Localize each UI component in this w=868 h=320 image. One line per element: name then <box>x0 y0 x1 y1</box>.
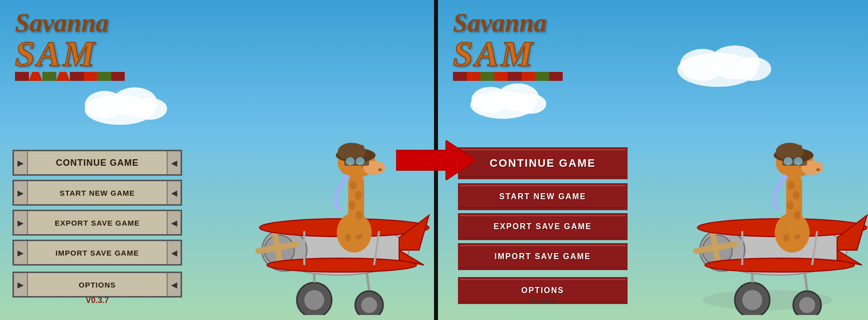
right-logo-sam: SAM <box>453 36 563 72</box>
svg-point-6 <box>304 290 324 310</box>
right-export-label: Export Save Game <box>493 222 592 231</box>
left-panel: Savanna SAM ▶ Continue Game ◀ ▶ Start Ne… <box>0 0 434 320</box>
svg-point-80 <box>788 181 795 190</box>
svg-point-17 <box>267 258 417 272</box>
svg-point-29 <box>349 201 356 210</box>
svg-point-59 <box>742 290 762 310</box>
left-export-arrow-right: ◀ <box>167 211 181 234</box>
left-options-arrow-right: ◀ <box>167 273 181 296</box>
right-start-button[interactable]: Start New Game <box>458 183 628 210</box>
right-continue-button[interactable]: Continue Game <box>458 147 628 179</box>
right-export-button[interactable]: Export Save Game <box>458 213 628 240</box>
right-import-label: Import Save Game <box>494 252 591 261</box>
left-giraffe-plane <box>215 55 434 315</box>
right-logo-stripe <box>453 72 563 81</box>
left-import-label: Import Save Game <box>28 249 167 257</box>
right-panel: Savanna SAM Continue Game Start New Game… <box>438 0 868 320</box>
left-continue-button[interactable]: ▶ Continue Game ◀ <box>12 150 182 176</box>
left-start-arrow-left: ▶ <box>14 181 28 204</box>
svg-point-83 <box>794 211 801 220</box>
left-export-label: Export Save Game <box>28 219 167 227</box>
right-logo-savanna: Savanna <box>453 10 563 36</box>
left-import-button[interactable]: ▶ Import Save Game ◀ <box>12 240 182 266</box>
right-logo-area: Savanna SAM <box>453 10 563 81</box>
left-version: V0.3.7 <box>12 296 182 305</box>
right-continue-label: Continue Game <box>490 157 596 170</box>
left-start-arrow-right: ◀ <box>167 181 181 204</box>
left-continue-arrow-right: ◀ <box>167 151 181 174</box>
left-export-button[interactable]: ▶ Export Save Game ◀ <box>12 210 182 236</box>
left-start-button[interactable]: ▶ Start New Game ◀ <box>12 180 182 206</box>
left-start-label: Start New Game <box>28 189 167 197</box>
right-giraffe-plane <box>652 55 868 315</box>
svg-point-8 <box>361 297 377 313</box>
svg-point-61 <box>799 297 815 313</box>
left-logo-sam: SAM <box>15 36 125 72</box>
svg-point-28 <box>355 191 362 200</box>
right-start-label: Start New Game <box>499 192 586 201</box>
left-logo-area: Savanna SAM <box>15 10 125 81</box>
svg-point-100 <box>794 157 803 165</box>
divider-section <box>434 0 438 320</box>
left-menu: ▶ Continue Game ◀ ▶ Start New Game ◀ ▶ E… <box>12 150 182 302</box>
right-import-button[interactable]: Import Save Game <box>458 243 628 270</box>
svg-point-78 <box>783 234 789 242</box>
svg-point-46 <box>346 157 355 165</box>
svg-point-47 <box>356 157 365 165</box>
svg-point-82 <box>787 201 794 210</box>
svg-point-30 <box>356 211 363 220</box>
left-logo-savanna: Savanna <box>15 10 125 36</box>
right-arrow <box>396 140 476 180</box>
svg-point-91 <box>816 168 820 171</box>
svg-point-38 <box>378 168 382 171</box>
svg-point-99 <box>784 157 793 165</box>
left-options-label: Options <box>28 281 167 289</box>
right-options-label: Options <box>521 286 564 295</box>
left-continue-arrow-left: ▶ <box>14 151 28 174</box>
svg-point-25 <box>345 234 351 242</box>
right-menu: Continue Game Start New Game Export Save… <box>458 147 628 307</box>
left-options-arrow-left: ▶ <box>14 273 28 296</box>
svg-point-70 <box>705 258 855 272</box>
left-continue-label: Continue Game <box>28 158 167 168</box>
svg-point-27 <box>350 181 357 190</box>
svg-point-81 <box>793 191 800 200</box>
svg-marker-48 <box>396 140 476 180</box>
right-version: V0.3.13 <box>458 296 628 305</box>
left-options-button[interactable]: ▶ Options ◀ <box>12 272 182 298</box>
left-import-arrow-left: ▶ <box>14 241 28 264</box>
left-export-arrow-left: ▶ <box>14 211 28 234</box>
left-import-arrow-right: ◀ <box>167 241 181 264</box>
